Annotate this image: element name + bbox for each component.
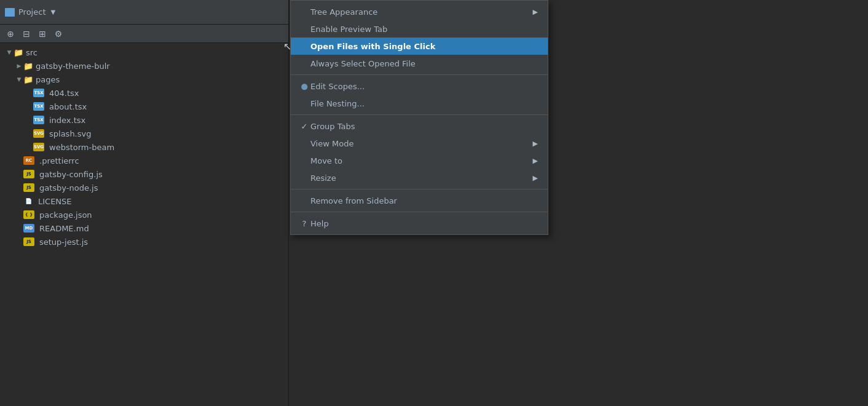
label-enable-preview: Enable Preview Tab [310,25,538,34]
tree-item-webstorm-beam[interactable]: ▶ SVG webstorm-beam [0,140,288,154]
tree-label-about: about.tsx [49,102,87,111]
tree-label-404: 404.tsx [49,89,79,98]
file-tree: ▼ 📁 src ▶ 📁 gatsby-theme-bulr ▼ 📁 pages … [0,43,288,251]
label-view-mode: View Mode [310,139,533,148]
check-help: ? [298,219,310,228]
cursor-pointer-icon: ↖ [283,41,291,52]
menu-item-move-to[interactable]: Move to ▶ [291,152,548,169]
tsx-icon-index: TSX [33,116,44,124]
menu-item-always-select[interactable]: Always Select Opened File [291,55,548,72]
arrow-move-to: ▶ [533,157,538,165]
json-icon-package: { } [23,210,34,219]
label-move-to: Move to [310,156,533,165]
separator-3 [291,189,548,189]
tree-label-index: index.tsx [49,116,85,125]
settings-button[interactable]: ⚙ [52,27,65,41]
js-icon-gatsby-node: JS [23,183,34,192]
tree-item-prettierrc[interactable]: ▶ RC .prettierrc [0,154,288,167]
menu-item-view-mode[interactable]: View Mode ▶ [291,135,548,152]
tree-item-src[interactable]: ▼ 📁 src [0,46,288,59]
js-icon-setup-jest: JS [23,237,34,246]
label-help: Help [310,219,538,228]
tree-item-readme[interactable]: ▶ MD README.md [0,221,288,235]
check-group-tabs: ✓ [298,122,310,131]
tree-item-about[interactable]: ▶ TSX about.tsx [0,100,288,113]
label-group-tabs: Group Tabs [310,122,538,131]
tree-item-gatsby-config[interactable]: ▶ JS gatsby-config.js [0,167,288,181]
separator-2 [291,114,548,115]
tree-item-index[interactable]: ▶ TSX index.tsx [0,113,288,127]
menu-item-help[interactable]: ? Help [291,215,548,232]
sidebar-toolbar: ⊕ ⊟ ⊞ ⚙ [0,25,288,43]
label-always-select: Always Select Opened File [310,59,538,68]
tree-label-src: src [26,48,37,57]
tree-label-prettierrc: .prettierrc [39,156,79,165]
project-icon [5,8,15,17]
svg-icon-webstorm: SVG [33,143,44,151]
tree-label-readme: README.md [39,224,89,233]
label-tree-appearance: Tree Appearance [310,7,533,17]
add-content-root-button[interactable]: ⊕ [4,27,17,41]
tree-item-setup-jest[interactable]: ▶ JS setup-jest.js [0,235,288,249]
tree-label-gatsby-node: gatsby-node.js [39,183,98,193]
tree-label-gatsby-theme: gatsby-theme-bulr [36,62,110,71]
label-remove-sidebar: Remove from Sidebar [310,196,538,205]
tree-arrow-pages: ▼ [15,75,23,84]
tree-arrow-gatsby-theme: ▶ [15,62,23,70]
tree-label-license: LICENSE [38,197,72,206]
label-edit-scopes: Edit Scopes... [310,82,538,91]
tree-item-gatsby-node[interactable]: ▶ JS gatsby-node.js [0,181,288,194]
check-edit-scopes: ⬤ [298,83,310,90]
tsx-icon-about: TSX [33,102,44,111]
menu-item-enable-preview[interactable]: Enable Preview Tab [291,20,548,38]
label-file-nesting: File Nesting... [310,99,538,108]
file-icon-license: 📄 [23,196,33,206]
project-sidebar: Project ▼ ⊕ ⊟ ⊞ ⚙ ▼ 📁 src ▶ 📁 gatsby-the… [0,0,289,406]
separator-4 [291,212,548,212]
label-open-files-single: Open Files with Single Click [310,42,538,51]
sidebar-header: Project ▼ [0,0,288,25]
menu-item-file-nesting[interactable]: File Nesting... [291,95,548,112]
folder-icon-src: 📁 [14,47,23,57]
tree-label-package: package.json [39,210,92,220]
label-resize: Resize [310,173,533,183]
arrow-tree-appearance: ▶ [533,8,538,16]
separator-1 [291,74,548,75]
folder-icon-gatsby-theme: 📁 [23,61,33,71]
menu-item-open-files-single[interactable]: ↖ Open Files with Single Click [291,38,548,55]
tree-label-splash: splash.svg [49,129,91,138]
js-icon-gatsby-config: JS [23,170,34,178]
tree-label-gatsby-config: gatsby-config.js [39,170,103,179]
arrow-resize: ▶ [533,174,538,182]
tree-item-splash[interactable]: ▶ SVG splash.svg [0,127,288,140]
tree-label-setup-jest: setup-jest.js [39,237,88,247]
arrow-view-mode: ▶ [533,140,538,148]
tree-item-package-json[interactable]: ▶ { } package.json [0,208,288,221]
md-icon-readme: MD [23,224,34,233]
tree-item-license[interactable]: ▶ 📄 LICENSE [0,194,288,208]
folder-icon-pages: 📁 [23,74,33,84]
tree-item-gatsby-theme[interactable]: ▶ 📁 gatsby-theme-bulr [0,59,288,73]
menu-item-tree-appearance[interactable]: Tree Appearance ▶ [291,3,548,20]
sidebar-dropdown-arrow[interactable]: ▼ [50,9,55,15]
svg-icon-splash: SVG [33,129,44,138]
menu-item-remove-sidebar[interactable]: Remove from Sidebar [291,192,548,209]
tsx-icon-404: TSX [33,89,44,97]
expand-all-button[interactable]: ⊞ [36,27,49,41]
rc-icon-prettierrc: RC [23,156,34,165]
tree-item-404[interactable]: ▶ TSX 404.tsx [0,86,288,100]
tree-label-pages: pages [36,75,60,84]
sidebar-title: Project [18,7,45,17]
collapse-all-button[interactable]: ⊟ [20,27,33,41]
tree-arrow-src: ▼ [5,48,14,57]
tree-label-webstorm: webstorm-beam [49,143,114,152]
context-menu: Tree Appearance ▶ Enable Preview Tab ↖ O… [290,0,548,235]
menu-item-edit-scopes[interactable]: ⬤ Edit Scopes... [291,78,548,95]
tree-item-pages[interactable]: ▼ 📁 pages [0,73,288,86]
menu-item-group-tabs[interactable]: ✓ Group Tabs [291,117,548,135]
menu-item-resize[interactable]: Resize ▶ [291,169,548,186]
